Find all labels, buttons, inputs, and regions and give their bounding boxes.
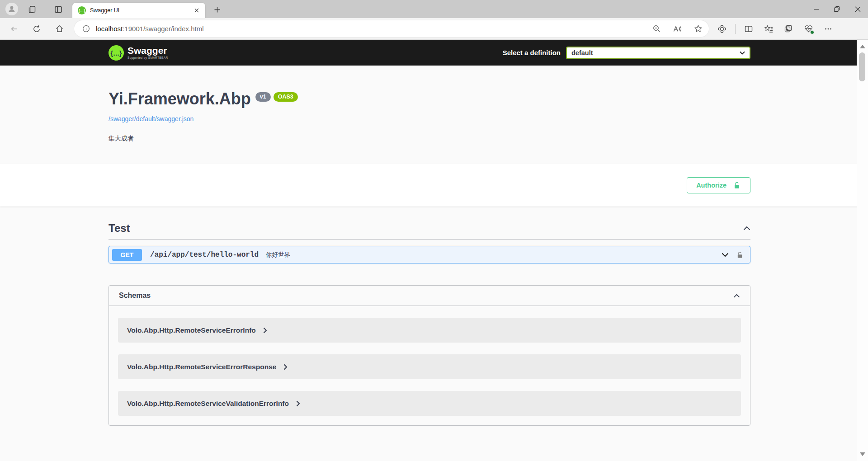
chevron-down-icon bbox=[740, 51, 745, 55]
close-icon bbox=[194, 8, 199, 13]
read-aloud-button[interactable] bbox=[671, 23, 684, 35]
tab-actions-button[interactable] bbox=[53, 5, 63, 14]
essentials-status-badge bbox=[810, 30, 814, 34]
workspaces-icon bbox=[28, 5, 37, 14]
scrollbar-thumb[interactable] bbox=[859, 52, 865, 81]
spec-link[interactable]: /swagger/default/swagger.json bbox=[108, 115, 193, 122]
schemas-section: Schemas Volo.Abp.Http.RemoteServiceError… bbox=[108, 285, 750, 426]
chevron-up-icon[interactable] bbox=[733, 294, 740, 298]
schemas-header[interactable]: Schemas bbox=[109, 286, 750, 306]
favorites-star-list-icon bbox=[764, 24, 774, 33]
favorite-star-button[interactable] bbox=[692, 23, 704, 35]
info-icon bbox=[82, 25, 90, 33]
person-icon bbox=[8, 5, 16, 13]
authorize-label: Authorize bbox=[696, 182, 726, 189]
site-info-button[interactable] bbox=[80, 24, 91, 34]
model-row-remote-service-validation-error-info[interactable]: Volo.Abp.Http.RemoteServiceValidationErr… bbox=[118, 391, 741, 416]
definition-select-label: Select a definition bbox=[503, 49, 561, 56]
toolbar-divider bbox=[735, 24, 736, 34]
refresh-icon bbox=[33, 25, 41, 33]
toolbar-right-icons bbox=[709, 22, 835, 36]
scrollbar-down-button[interactable] bbox=[857, 449, 868, 459]
http-method-badge: GET bbox=[112, 249, 142, 261]
split-screen-icon bbox=[744, 24, 753, 33]
tab-title: Swagger UI bbox=[90, 7, 193, 14]
browser-essentials-button[interactable] bbox=[802, 22, 815, 36]
plus-icon bbox=[214, 6, 221, 13]
schemas-title: Schemas bbox=[119, 292, 151, 300]
authorize-button[interactable]: Authorize bbox=[687, 177, 750, 193]
zoom-indicator-button[interactable] bbox=[650, 23, 663, 35]
operations-area: Test GET /api/app/test/hello-world 你好世界 bbox=[108, 222, 750, 426]
api-title-text: Yi.Framework.Abp bbox=[108, 89, 251, 108]
browser-tab[interactable]: {…} Swagger UI bbox=[72, 3, 205, 18]
back-arrow-icon bbox=[10, 25, 18, 33]
swagger-logo-subtext: Supported by SMARTBEAR bbox=[127, 56, 168, 59]
minimize-icon bbox=[813, 6, 819, 12]
refresh-button[interactable] bbox=[29, 21, 44, 37]
restore-icon bbox=[834, 6, 840, 12]
more-dots-icon bbox=[824, 25, 832, 33]
star-icon bbox=[694, 24, 703, 33]
info-section: Yi.Framework.Abpv1OAS3 /swagger/default/… bbox=[0, 66, 868, 164]
url-text: localhost:19001/swagger/index.html bbox=[96, 25, 642, 33]
url-path: :19001/swagger/index.html bbox=[123, 25, 203, 33]
triangle-down-icon bbox=[860, 452, 865, 456]
tag-title: Test bbox=[108, 222, 130, 235]
url-host: localhost bbox=[96, 25, 123, 33]
model-name: Volo.Abp.Http.RemoteServiceErrorInfo bbox=[127, 326, 256, 334]
swagger-logo-icon: {…} bbox=[108, 45, 124, 61]
home-button[interactable] bbox=[52, 21, 67, 37]
workspaces-button[interactable] bbox=[27, 5, 37, 14]
new-tab-button[interactable] bbox=[212, 4, 222, 15]
svg-text:{…}: {…} bbox=[111, 50, 122, 57]
chevron-down-icon[interactable] bbox=[722, 253, 729, 257]
zoom-out-magnifier-icon bbox=[652, 24, 661, 33]
swagger-logo[interactable]: {…} Swagger Supported by SMARTBEAR bbox=[108, 45, 168, 61]
tab-close-button[interactable] bbox=[193, 6, 201, 14]
browser-toolbar: localhost:19001/swagger/index.html bbox=[0, 18, 868, 40]
opblock-get-hello-world[interactable]: GET /api/app/test/hello-world 你好世界 bbox=[108, 246, 750, 263]
collections-button[interactable] bbox=[782, 22, 795, 36]
scrollbar-up-button[interactable] bbox=[857, 42, 868, 52]
tag-section-test[interactable]: Test bbox=[108, 222, 750, 240]
swagger-favicon-icon: {…} bbox=[78, 6, 86, 14]
extensions-button[interactable] bbox=[715, 22, 729, 36]
swagger-topbar: {…} Swagger Supported by SMARTBEAR Selec… bbox=[0, 40, 868, 66]
operation-path: /api/app/test/hello-world bbox=[150, 251, 259, 259]
extensions-icon bbox=[717, 24, 726, 33]
split-screen-button[interactable] bbox=[742, 22, 755, 36]
browser-tab-strip: {…} Swagger UI bbox=[0, 0, 868, 18]
more-menu-button[interactable] bbox=[821, 22, 835, 36]
lock-open-icon[interactable] bbox=[736, 251, 744, 259]
profile-button[interactable] bbox=[5, 3, 18, 15]
tab-layout-icon bbox=[54, 5, 63, 14]
version-badge: v1 bbox=[255, 92, 271, 102]
address-bar[interactable]: localhost:19001/swagger/index.html bbox=[74, 20, 709, 37]
chevron-right-icon bbox=[296, 400, 300, 407]
unlock-icon bbox=[733, 181, 741, 189]
collections-icon bbox=[784, 24, 793, 33]
oas3-badge: OAS3 bbox=[274, 92, 298, 102]
back-button[interactable] bbox=[6, 21, 22, 37]
restore-button[interactable] bbox=[826, 0, 847, 18]
definition-select[interactable]: default bbox=[566, 47, 750, 59]
api-description: 集大成者 bbox=[108, 135, 750, 143]
model-row-remote-service-error-response[interactable]: Volo.Abp.Http.RemoteServiceErrorResponse bbox=[118, 354, 741, 379]
favorites-button[interactable] bbox=[762, 22, 775, 36]
page-scrollbar[interactable] bbox=[857, 40, 868, 461]
read-aloud-icon bbox=[673, 25, 682, 33]
window-controls bbox=[806, 0, 868, 18]
model-row-remote-service-error-info[interactable]: Volo.Abp.Http.RemoteServiceErrorInfo bbox=[118, 318, 741, 343]
close-icon bbox=[855, 6, 861, 12]
model-name: Volo.Abp.Http.RemoteServiceErrorResponse bbox=[127, 363, 276, 371]
close-window-button[interactable] bbox=[847, 0, 868, 18]
selected-definition: default bbox=[571, 49, 740, 56]
page-title: Yi.Framework.Abpv1OAS3 bbox=[108, 89, 750, 109]
svg-text:{…}: {…} bbox=[78, 9, 85, 13]
triangle-up-icon bbox=[860, 45, 865, 48]
operation-summary: 你好世界 bbox=[266, 251, 290, 259]
chevron-right-icon bbox=[283, 364, 288, 370]
chevron-up-icon[interactable] bbox=[743, 226, 750, 230]
minimize-button[interactable] bbox=[806, 0, 826, 18]
